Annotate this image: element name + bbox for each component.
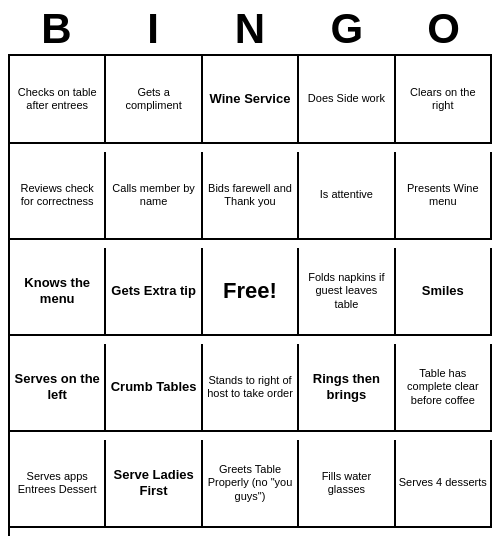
bingo-cell-7: Bids farewell and Thank you — [203, 152, 299, 240]
bingo-cell-8: Is attentive — [299, 152, 395, 240]
bingo-cell-17: Stands to right of host to take order — [203, 344, 299, 432]
bingo-cell-10: Knows the menu — [10, 248, 106, 336]
bingo-cell-11: Gets Extra tip — [106, 248, 202, 336]
bingo-grid: Checks on table after entreesGets a comp… — [8, 54, 492, 536]
bingo-cell-22: Greets Table Properly (no "you guys") — [203, 440, 299, 528]
bingo-cell-0: Checks on table after entrees — [10, 56, 106, 144]
bingo-cell-1: Gets a compliment — [106, 56, 202, 144]
bingo-cell-16: Crumb Tables — [106, 344, 202, 432]
bingo-cell-13: Folds napkins if guest leaves table — [299, 248, 395, 336]
bingo-cell-24: Serves 4 desserts — [396, 440, 492, 528]
bingo-cell-6: Calls member by name — [106, 152, 202, 240]
bingo-cell-23: Fills water glasses — [299, 440, 395, 528]
bingo-cell-19: Table has complete clear before coffee — [396, 344, 492, 432]
bingo-cell-15: Serves on the left — [10, 344, 106, 432]
bingo-cell-18: Rings then brings — [299, 344, 395, 432]
bingo-cell-5: Reviews check for correctness — [10, 152, 106, 240]
bingo-cell-21: Serve Ladies First — [106, 440, 202, 528]
header-letter-g: G — [303, 8, 391, 50]
bingo-cell-12: Free! — [203, 248, 299, 336]
header-letter-i: I — [109, 8, 197, 50]
bingo-header: BINGO — [8, 8, 492, 50]
bingo-cell-2: Wine Service — [203, 56, 299, 144]
bingo-cell-4: Clears on the right — [396, 56, 492, 144]
header-letter-b: B — [12, 8, 100, 50]
bingo-cell-14: Smiles — [396, 248, 492, 336]
bingo-cell-9: Presents Wine menu — [396, 152, 492, 240]
bingo-cell-20: Serves apps Entrees Dessert — [10, 440, 106, 528]
header-letter-o: O — [400, 8, 488, 50]
header-letter-n: N — [206, 8, 294, 50]
bingo-cell-3: Does Side work — [299, 56, 395, 144]
